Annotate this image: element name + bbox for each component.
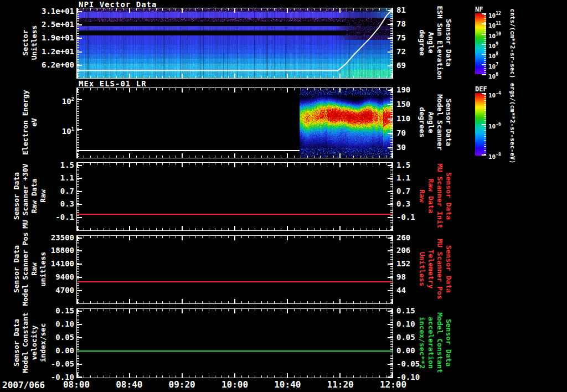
- y-tick: [390, 302, 393, 303]
- right-axis-label-text: Sensor Data ESH Sun Elevation Angle degr…: [417, 6, 453, 79]
- y-tick: [390, 149, 393, 149]
- x-tick: [123, 76, 123, 78]
- colorbar-tick: [484, 134, 486, 135]
- x-tick: [287, 88, 288, 92]
- x-tick: [234, 226, 235, 230]
- x-tick: [307, 236, 308, 238]
- y-tick: [390, 69, 393, 70]
- x-tick: [150, 163, 150, 165]
- x-tick: [176, 236, 176, 238]
- colorbar-tick: [484, 104, 486, 105]
- x-tick: [248, 8, 249, 11]
- x-tick: [294, 163, 295, 165]
- x-tick: [176, 76, 176, 78]
- y-tick: [77, 156, 79, 157]
- y-tick: [390, 56, 393, 56]
- x-tick: [379, 301, 380, 303]
- x-tick: [333, 156, 334, 158]
- colorbar-tick: [484, 18, 486, 19]
- colorbar-tick: [484, 94, 486, 95]
- y-tick: [390, 100, 393, 100]
- y-tick: [77, 117, 79, 117]
- x-tick: [104, 76, 104, 78]
- y-tick: [77, 113, 79, 114]
- y-tick: [77, 367, 79, 367]
- x-tick: [320, 228, 321, 230]
- colorbar-tick: [484, 32, 486, 33]
- y-tick: [390, 321, 393, 321]
- y-tick: [77, 171, 79, 171]
- y-tick: [77, 130, 79, 131]
- y-tick: [390, 54, 393, 55]
- x-tick: [90, 301, 91, 303]
- colorbar-tick: [484, 116, 486, 117]
- x-tick: [274, 76, 275, 78]
- y-tick: [77, 317, 79, 317]
- y-tick: [390, 348, 393, 348]
- x-tick: [287, 373, 288, 378]
- x-tick: [255, 375, 255, 378]
- x-tick: [373, 8, 373, 11]
- x-tick: [347, 156, 347, 158]
- x-tick: [255, 156, 255, 158]
- x-tick: [195, 88, 196, 90]
- y-tick: [390, 362, 393, 362]
- x-tick: [150, 309, 150, 311]
- x-tick: [347, 163, 347, 165]
- y-tick: [77, 343, 79, 343]
- x-tick: [90, 228, 91, 230]
- y-tick: [77, 30, 79, 30]
- y-tick: [77, 198, 79, 199]
- y-tick: [77, 329, 79, 329]
- colorbar-tick: [484, 110, 486, 111]
- x-tick: [136, 309, 137, 311]
- colorbar-major-tick: [482, 13, 486, 14]
- x-tick: [241, 236, 242, 238]
- x-tick: [287, 299, 288, 303]
- x-tick: [104, 309, 104, 311]
- y-tick: [390, 240, 393, 241]
- right-axis-label: Sensor Data Model Constant acceleration …: [403, 308, 467, 377]
- x-tick: [379, 375, 380, 378]
- y-major-tick: [77, 250, 82, 251]
- x-tick: [90, 309, 91, 311]
- x-tick: [314, 8, 315, 11]
- x-time-label: 08:40: [110, 380, 148, 390]
- y-major-tick: [388, 38, 393, 39]
- x-tick: [333, 163, 334, 165]
- x-tick: [189, 76, 189, 78]
- y-tick: [390, 144, 393, 145]
- colorbar-tick: [484, 68, 486, 69]
- y-tick: [390, 58, 393, 58]
- x-tick: [386, 163, 386, 165]
- y-tick: [390, 265, 393, 265]
- y-tick: [390, 136, 393, 136]
- x-tick: [189, 88, 189, 90]
- x-tick: [301, 76, 301, 78]
- x-tick: [150, 8, 150, 11]
- colorbar-tick: [484, 60, 486, 61]
- y-tick: [390, 44, 393, 44]
- left-axis-label: Sensor Data MU Scanner +30V Raw Data Raw: [1, 162, 59, 230]
- y-tick: [77, 273, 79, 274]
- x-tick: [274, 375, 275, 378]
- x-tick: [301, 88, 301, 90]
- x-tick: [347, 88, 347, 90]
- y-tick: [77, 353, 79, 353]
- panel-1-title: NPI Vector Data: [79, 0, 157, 8]
- x-tick: [176, 8, 176, 11]
- y-tick: [77, 210, 79, 211]
- y-tick: [77, 147, 79, 148]
- y-tick: [77, 215, 79, 216]
- y-tick: [390, 370, 393, 370]
- x-tick: [287, 153, 288, 158]
- y-major-tick: [388, 104, 393, 105]
- x-tick: [182, 373, 183, 378]
- y-tick: [390, 106, 393, 107]
- y-tick: [390, 111, 393, 112]
- x-tick: [129, 236, 130, 240]
- y-tick: [77, 287, 79, 287]
- x-tick: [143, 76, 143, 78]
- y-major-tick: [77, 38, 82, 39]
- x-tick: [150, 375, 150, 378]
